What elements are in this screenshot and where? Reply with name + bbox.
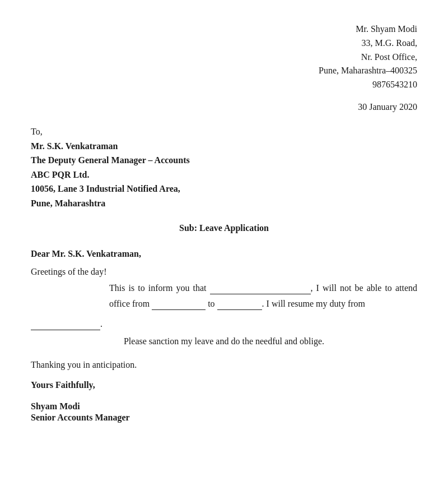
greeting-line: Greetings of the day! [31, 267, 417, 277]
signatory-title: Senior Accounts Manager [31, 413, 417, 423]
recipient-address2: Pune, Maharashtra [31, 196, 417, 211]
blank-to [217, 309, 262, 310]
body2-end: . [100, 319, 102, 329]
dear-prefix: Dear [31, 249, 52, 258]
recipient-title: The Deputy General Manager – Accounts [31, 153, 417, 168]
recipient-company: ABC PQR Ltd. [31, 168, 417, 182]
recipient-address1: 10056, Lane 3 Industrial Notified Area, [31, 182, 417, 196]
recipient-name: Mr. S.K. Venkatraman [31, 139, 417, 154]
sender-address2: Nr. Post Office, [31, 50, 417, 64]
sender-phone: 9876543210 [31, 78, 417, 92]
body1-prefix: This is to inform you that [109, 283, 210, 293]
sender-address1: 33, M.G. Road, [31, 36, 417, 50]
blank-resume-date [31, 330, 100, 330]
salutation-line: Dear Mr. S.K. Venkatraman, [31, 249, 417, 259]
sender-address3: Pune, Maharashtra–400325 [31, 64, 417, 78]
body1-to: to [208, 299, 214, 308]
recipient-block: To, Mr. S.K. Venkatraman The Deputy Gene… [31, 124, 417, 211]
signatory-name: Shyam Modi [31, 401, 417, 411]
blank-from [152, 309, 206, 310]
subject-block: Sub: Leave Application [31, 223, 417, 233]
thanking-line: Thanking you in anticipation. [31, 360, 417, 370]
sender-name: Mr. Shyam Modi [31, 22, 417, 36]
letter-date: 30 January 2020 [358, 102, 417, 112]
subject-text: Sub: Leave Application [179, 223, 269, 233]
sender-block: Mr. Shyam Modi 33, M.G. Road, Nr. Post O… [31, 22, 417, 92]
body1-resume: . I will resume my duty from [262, 299, 365, 308]
recipient-salutation: To, [31, 124, 417, 139]
body-paragraph-1: This is to inform you that , I will not … [31, 280, 417, 312]
blank-name [210, 294, 311, 294]
closing-line: Yours Faithfully, [31, 380, 417, 390]
date-block: 30 January 2020 [31, 102, 417, 112]
dear-name: Mr. S.K. Venkatraman, [52, 249, 141, 258]
